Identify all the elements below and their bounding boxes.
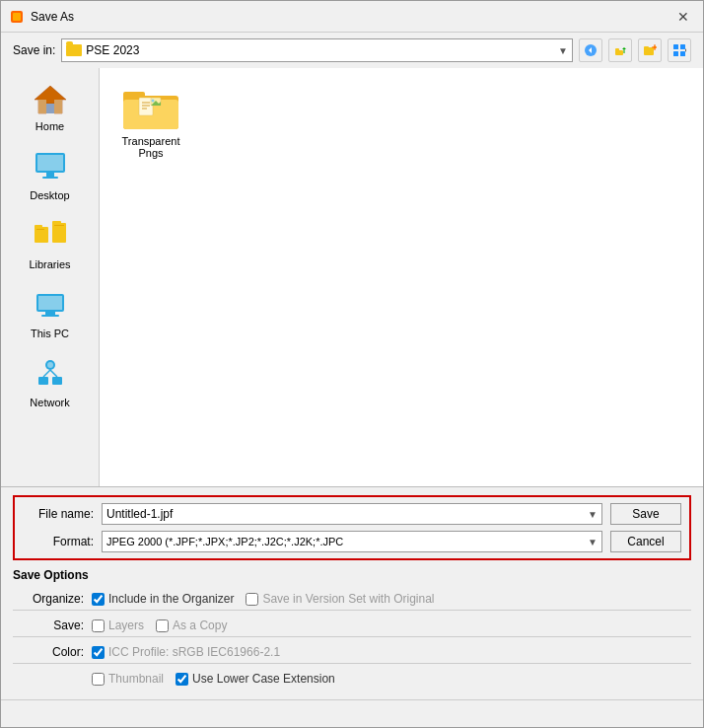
sidebar-item-thispc[interactable]: This PC (11, 280, 90, 345)
views-button[interactable] (668, 38, 691, 62)
thumbnail-label: Thumbnail (108, 672, 164, 686)
svg-line-40 (43, 370, 50, 377)
status-bar (1, 699, 703, 727)
lower-case-label: Use Lower Case Extension (192, 672, 335, 686)
svg-marker-17 (685, 48, 686, 52)
save-options-title: Save Options (13, 568, 691, 582)
color-row: Color: ICC Profile: sRGB IEC61966-2.1 (13, 641, 691, 664)
svg-marker-6 (622, 47, 626, 49)
file-area: Transparent Pngs (100, 68, 703, 486)
save-version-input[interactable] (246, 593, 258, 606)
format-input-wrapper[interactable]: JPEG 2000 (*.JPF;*.JPX;*.JP2;*.J2C;*.J2K… (102, 531, 602, 552)
save-button[interactable]: Save (610, 503, 681, 525)
cancel-button[interactable]: Cancel (610, 531, 681, 552)
sidebar-item-desktop-label: Desktop (30, 189, 69, 201)
svg-rect-7 (624, 49, 625, 53)
save-in-label: Save in: (13, 43, 55, 57)
svg-rect-1 (13, 13, 21, 21)
svg-rect-19 (38, 100, 46, 113)
svg-rect-39 (52, 377, 62, 385)
sidebar: Home Desktop (1, 68, 100, 486)
svg-rect-38 (38, 377, 48, 385)
as-copy-checkbox[interactable]: As a Copy (156, 619, 227, 632)
include-organizer-checkbox[interactable]: Include in the Organizer (92, 592, 234, 606)
list-item[interactable]: Transparent Pngs (111, 80, 190, 474)
lower-case-checkbox[interactable]: Use Lower Case Extension (176, 672, 335, 686)
toolbar: Save in: PSE 2023 ▼ (1, 33, 703, 68)
thumbnail-input[interactable] (92, 673, 105, 686)
icc-profile-checkbox[interactable]: ICC Profile: sRGB IEC61966-2.1 (92, 645, 280, 659)
format-input-container: JPEG 2000 (*.JPF;*.JPX;*.JP2;*.J2C;*.J2K… (102, 531, 602, 552)
svg-rect-14 (680, 44, 685, 49)
organize-label: Organize: (13, 592, 84, 606)
save-options-section: Save Options Organize: Include in the Or… (1, 568, 703, 699)
libraries-icon (33, 217, 68, 255)
save-version-checkbox[interactable]: Save in Version Set with Original (246, 592, 434, 606)
save-label: Save: (13, 619, 84, 632)
filename-input[interactable] (106, 507, 584, 521)
sidebar-item-network-label: Network (30, 397, 69, 408)
lower-case-input[interactable] (176, 673, 188, 686)
organize-row: Organize: Include in the Organizer Save … (13, 588, 691, 611)
include-organizer-input[interactable] (92, 593, 105, 606)
svg-point-50 (152, 100, 155, 103)
home-icon (33, 82, 68, 117)
layers-input[interactable] (92, 619, 105, 632)
svg-rect-34 (45, 312, 55, 315)
svg-rect-25 (42, 177, 58, 179)
layers-checkbox[interactable]: Layers (92, 619, 144, 632)
format-row: Format: JPEG 2000 (*.JPF;*.JPX;*.JP2;*.J… (23, 531, 681, 552)
thumbnail-row: Thumbnail Use Lower Case Extension (13, 668, 691, 690)
sidebar-item-home-label: Home (35, 120, 64, 132)
as-copy-input[interactable] (156, 619, 169, 632)
svg-rect-23 (37, 155, 63, 171)
save-in-dropdown[interactable]: PSE 2023 ▼ (61, 38, 573, 62)
sidebar-item-thispc-label: This PC (31, 328, 69, 339)
title-bar: Save As ✕ (1, 1, 703, 33)
format-value: JPEG 2000 (*.JPF;*.JPX;*.JP2;*.J2C;*.J2K… (106, 536, 584, 547)
save-row: Save: Layers As a Copy (13, 615, 691, 637)
color-options: ICC Profile: sRGB IEC61966-2.1 (92, 645, 691, 659)
svg-rect-16 (680, 51, 685, 56)
filename-input-wrapper[interactable]: ▼ (102, 503, 602, 525)
icc-profile-label: ICC Profile: sRGB IEC61966-2.1 (108, 645, 280, 659)
as-copy-label: As a Copy (173, 619, 227, 632)
file-grid: Transparent Pngs (111, 80, 691, 474)
svg-rect-29 (52, 221, 61, 225)
thumbnail-checkbox[interactable]: Thumbnail (92, 672, 164, 686)
sidebar-item-home[interactable]: Home (11, 76, 90, 138)
svg-rect-27 (35, 225, 42, 229)
folder-big-icon (121, 84, 180, 131)
up-level-button[interactable] (608, 38, 632, 62)
layers-label: Layers (108, 619, 144, 632)
file-item-label: Transparent Pngs (115, 135, 186, 159)
current-folder-label: PSE 2023 (86, 43, 139, 57)
save-options-content: Layers As a Copy (92, 619, 691, 632)
back-button[interactable] (579, 38, 602, 62)
close-button[interactable]: ✕ (671, 5, 695, 29)
filename-input-container: ▼ (102, 503, 602, 525)
svg-rect-20 (54, 100, 62, 113)
svg-rect-12 (652, 47, 657, 48)
new-folder-button[interactable] (638, 38, 662, 62)
include-organizer-label: Include in the Organizer (108, 592, 234, 606)
sidebar-item-libraries[interactable]: Libraries (11, 211, 90, 276)
format-dropdown-arrow[interactable]: ▼ (588, 537, 598, 547)
svg-rect-33 (38, 296, 62, 310)
file-name-label: File name: (23, 507, 94, 521)
svg-rect-15 (673, 51, 678, 56)
svg-rect-21 (46, 104, 54, 113)
filename-dropdown-arrow[interactable]: ▼ (588, 509, 598, 520)
desktop-icon (33, 148, 68, 186)
save-as-dialog: Save As ✕ Save in: PSE 2023 ▼ (0, 0, 704, 728)
sidebar-item-network[interactable]: Network (11, 349, 90, 414)
sidebar-item-desktop[interactable]: Desktop (11, 142, 90, 207)
organize-options: Include in the Organizer Save in Version… (92, 592, 691, 606)
app-icon (9, 9, 25, 25)
sidebar-item-libraries-label: Libraries (29, 258, 70, 270)
filename-format-box: File name: ▼ Save Format: JPEG 2000 (*.J… (13, 495, 691, 560)
icc-profile-input[interactable] (92, 646, 105, 659)
thispc-icon (33, 286, 68, 325)
dropdown-arrow-icon: ▼ (558, 45, 568, 56)
thumbnail-options: Thumbnail Use Lower Case Extension (92, 672, 691, 686)
